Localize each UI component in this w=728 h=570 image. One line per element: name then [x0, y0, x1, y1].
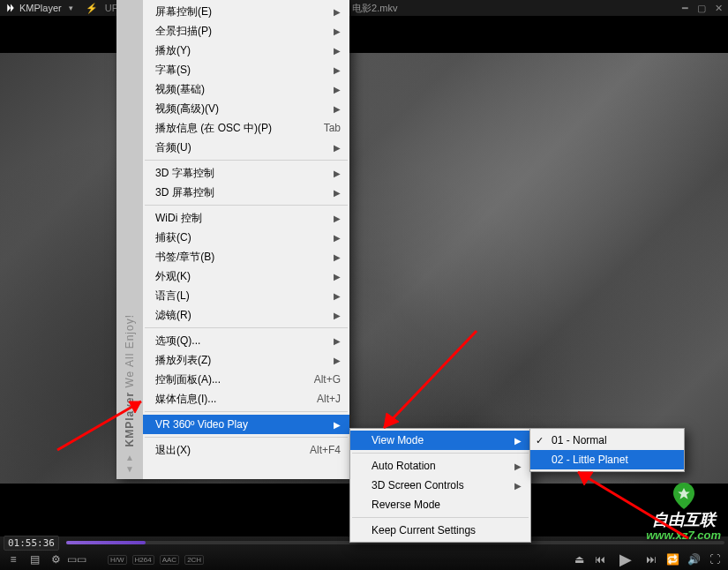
menu-item-label: 控制面板(A)... — [155, 372, 221, 387]
menu-shortcut: Alt+J — [317, 393, 341, 405]
context-menu-item[interactable]: 滤镜(R)▶ — [143, 305, 349, 325]
menu-item-label: 屏幕控制(E) — [155, 4, 212, 19]
menu-item-label: View Mode — [372, 434, 424, 446]
vr-submenu-item[interactable]: Auto Rotation▶ — [350, 456, 530, 476]
menu-item-label: 书签/章节(B) — [155, 250, 214, 265]
context-menu: KMPlayer We All Enjoy! ▲ ▼ 屏幕控制(E)▶全景扫描(… — [116, 0, 349, 479]
sidebar-brand-label: KMPlayer We All Enjoy! — [124, 314, 136, 447]
play-icon[interactable]: ▶ — [613, 552, 638, 566]
prev-icon[interactable]: ⏮ — [592, 552, 608, 566]
submenu-arrow-icon: ▶ — [514, 461, 522, 471]
next-icon[interactable]: ⏭ — [643, 552, 659, 566]
menu-separator — [145, 327, 348, 328]
context-menu-item[interactable]: 音频(U)▶ — [143, 138, 349, 157]
menu-item-label: 3D Screen Controls — [372, 479, 464, 491]
sidebar-chevron-up-icon: ▲ — [125, 453, 134, 462]
menu-item-label: Auto Rotation — [372, 460, 436, 472]
context-menu-item[interactable]: 播放信息 (在 OSC 中)(P)Tab — [143, 118, 349, 138]
vr-submenu-item[interactable]: Keep Current Settings — [350, 521, 530, 540]
context-menu-item[interactable]: 播放列表(Z)▶ — [143, 350, 349, 370]
context-menu-item[interactable]: 语言(L)▶ — [143, 286, 349, 305]
menu-separator — [145, 205, 348, 206]
volume-icon[interactable]: 🔊 — [686, 552, 702, 566]
menu-item-label: 退出(X) — [155, 443, 191, 458]
context-menu-item[interactable]: 控制面板(A)...Alt+G — [143, 370, 349, 389]
submenu-arrow-icon: ▶ — [334, 26, 341, 36]
app-name: KMPlayer — [19, 3, 62, 13]
vr-submenu: View Mode▶Auto Rotation▶3D Screen Contro… — [349, 428, 531, 543]
menu-shortcut: Alt+F4 — [310, 444, 341, 456]
menu-item-label: 播放列表(Z) — [155, 353, 211, 368]
submenu-arrow-icon: ▶ — [334, 7, 341, 17]
vr-submenu-item[interactable]: 3D Screen Controls▶ — [350, 476, 530, 495]
context-menu-item[interactable]: 媒体信息(I)...Alt+J — [143, 389, 349, 409]
loop-icon[interactable]: 🔁 — [664, 552, 680, 566]
menu-separator — [145, 437, 348, 438]
submenu-arrow-icon: ▶ — [334, 291, 341, 301]
fullscreen-icon[interactable]: ⛶ — [707, 552, 723, 566]
view-mode-submenu-item[interactable]: ✓01 - Normal — [530, 431, 684, 450]
menu-item-label: 滤镜(R) — [155, 308, 191, 323]
context-menu-item[interactable]: 3D 屏幕控制▶ — [143, 183, 349, 202]
submenu-arrow-icon: ▶ — [334, 65, 341, 75]
menu-separator — [352, 453, 529, 454]
context-menu-item[interactable]: 视频(高级)(V)▶ — [143, 99, 349, 118]
context-menu-item[interactable]: 外观(K)▶ — [143, 266, 349, 286]
menu-shortcut: Tab — [324, 122, 341, 134]
submenu-arrow-icon: ▶ — [334, 85, 341, 94]
menu-item-label: 全景扫描(P) — [155, 24, 212, 39]
settings-gear-icon[interactable]: ⚙ — [48, 552, 64, 566]
context-menu-sidebar: KMPlayer We All Enjoy! ▲ ▼ — [116, 0, 143, 479]
submenu-arrow-icon: ▶ — [334, 420, 341, 430]
context-menu-item[interactable]: 视频(基础)▶ — [143, 79, 349, 99]
submenu-arrow-icon: ▶ — [334, 233, 341, 243]
vr-submenu-item[interactable]: Reverse Mode — [350, 495, 530, 514]
context-menu-item[interactable]: 选项(Q)...▶ — [143, 331, 349, 350]
eject-icon[interactable]: ⏏ — [571, 552, 587, 566]
submenu-arrow-icon: ▶ — [334, 356, 341, 365]
menu-separator — [352, 517, 529, 518]
watermark-icon — [668, 480, 700, 512]
view-mode-submenu-item[interactable]: 02 - Little Planet — [530, 450, 684, 469]
menu-item-label: 外观(K) — [155, 269, 191, 284]
app-menu-chevron-icon[interactable]: ▾ — [69, 4, 73, 12]
context-menu-item[interactable]: 屏幕控制(E)▶ — [143, 2, 349, 21]
context-menu-item[interactable]: WiDi 控制▶ — [143, 208, 349, 228]
playlist-icon[interactable]: ▤ — [26, 552, 42, 566]
vr-submenu-item[interactable]: View Mode▶ — [350, 431, 530, 450]
sidebar-chevron-down-icon: ▼ — [125, 464, 134, 474]
context-menu-item[interactable]: 播放(Y)▶ — [143, 41, 349, 60]
kmplayer-icon — [5, 3, 16, 13]
menu-item-label: 02 - Little Planet — [552, 454, 628, 466]
menu-item-label: 媒体信息(I)... — [155, 392, 216, 407]
menu-item-label: 播放信息 (在 OSC 中)(P) — [155, 121, 272, 136]
submenu-arrow-icon: ▶ — [334, 188, 341, 198]
context-menu-item[interactable]: 捕获(C)▶ — [143, 228, 349, 247]
menu-shortcut: Alt+G — [314, 373, 341, 386]
menu-item-label: Keep Current Settings — [372, 524, 476, 536]
submenu-arrow-icon: ▶ — [334, 311, 341, 320]
context-menu-item[interactable]: 字幕(S)▶ — [143, 60, 349, 79]
context-menu-item[interactable]: 退出(X)Alt+F4 — [143, 440, 349, 460]
context-menu-item[interactable]: 全景扫描(P)▶ — [143, 21, 349, 41]
submenu-arrow-icon: ▶ — [334, 46, 341, 56]
context-menu-item[interactable]: 书签/章节(B)▶ — [143, 247, 349, 266]
submenu-arrow-icon: ▶ — [334, 169, 341, 178]
menu-item-label: VR 360º Video Play — [155, 418, 248, 431]
submenu-arrow-icon: ▶ — [514, 436, 522, 446]
context-menu-item[interactable]: 3D 字幕控制▶ — [143, 163, 349, 183]
minimize-icon[interactable]: ━ — [682, 3, 688, 14]
close-icon[interactable]: ✕ — [715, 3, 723, 14]
menu-item-label: 捕获(C) — [155, 230, 191, 245]
maximize-icon[interactable]: ▢ — [697, 3, 706, 14]
titlebar: KMPlayer ▾ ⚡ UF [1/2] 电影2.mkv ━ ▢ ✕ — [0, 0, 728, 16]
menu-item-label: 3D 字幕控制 — [155, 166, 214, 181]
menu-item-label: 播放(Y) — [155, 43, 191, 58]
vr-icon[interactable]: ▭▭ — [69, 552, 85, 566]
app-logo[interactable]: KMPlayer ▾ — [5, 3, 73, 13]
view-mode-submenu: ✓01 - Normal02 - Little Planet — [529, 428, 685, 472]
submenu-arrow-icon: ▶ — [334, 252, 341, 262]
bolt-icon[interactable]: ⚡ — [86, 3, 98, 14]
context-menu-item[interactable]: VR 360º Video Play▶ — [143, 415, 349, 434]
menu-icon[interactable]: ≡ — [5, 552, 21, 566]
